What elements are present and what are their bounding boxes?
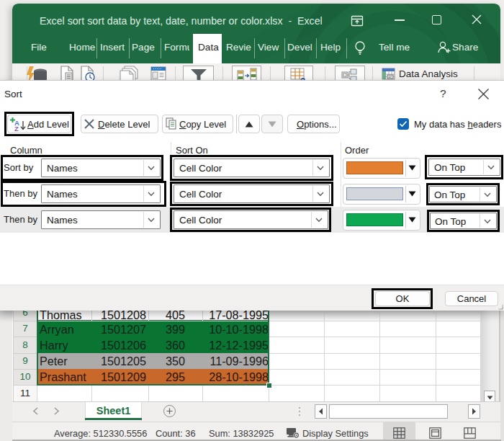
svg-text:Z: Z <box>14 125 19 131</box>
